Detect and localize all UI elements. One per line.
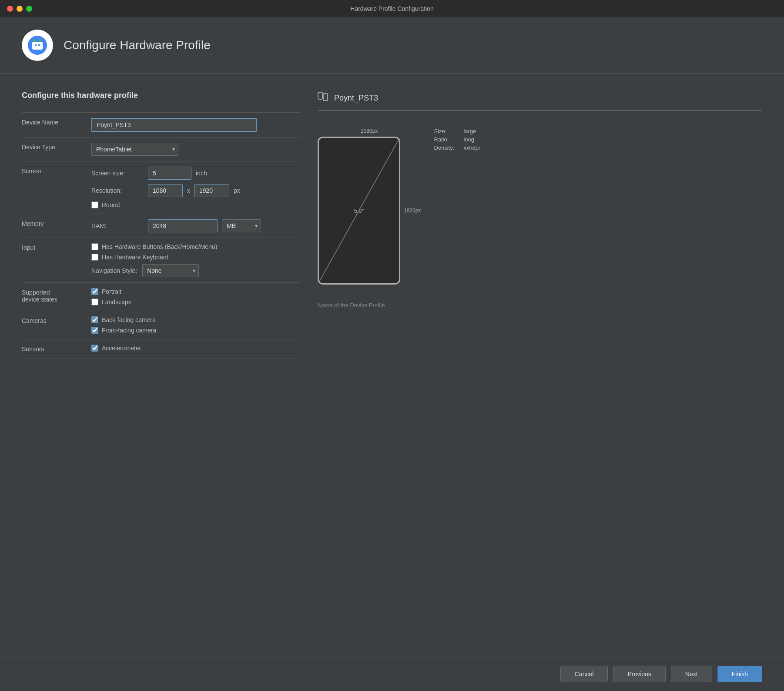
back-camera-row: Back-facing camera	[91, 316, 300, 323]
hardware-buttons-row: Has Hardware Buttons (Back/Home/Menu)	[91, 243, 300, 250]
device-type-row: Device Type Phone/Tablet Wear OS TV Auto…	[22, 138, 300, 161]
ram-unit-wrapper: MB GB	[222, 219, 261, 232]
device-states-label: Supported device states	[22, 283, 91, 311]
back-camera-checkbox[interactable]	[91, 316, 98, 323]
preview-device-name: Poynt_PST3	[334, 94, 378, 103]
hardware-keyboard-label: Has Hardware Keyboard	[102, 254, 168, 261]
density-value: xxhdpi	[463, 144, 480, 151]
finish-button[interactable]: Finish	[717, 666, 762, 682]
hardware-buttons-checkbox[interactable]	[91, 243, 98, 250]
main-content: Configure this hardware profile Device N…	[0, 74, 784, 651]
svg-rect-8	[323, 94, 328, 101]
resolution-height-input[interactable]	[194, 184, 229, 197]
cameras-label: Cameras	[22, 311, 91, 339]
memory-field: RAM: MB GB	[91, 214, 300, 238]
size-label: Size:	[434, 128, 460, 134]
input-row: Input Has Hardware Buttons (Back/Home/Me…	[22, 238, 300, 283]
config-form: Device Name Device Type Phone/Tablet Wea…	[22, 112, 300, 359]
portrait-checkbox[interactable]	[91, 288, 98, 295]
device-type-field: Phone/Tablet Wear OS TV Automotive Deskt…	[91, 138, 300, 161]
header-title: Configure Hardware Profile	[64, 38, 211, 52]
front-camera-checkbox[interactable]	[91, 327, 98, 334]
sensors-row: Sensors Accelerometer	[22, 339, 300, 359]
next-button[interactable]: Next	[671, 666, 712, 682]
accelerometer-checkbox[interactable]	[91, 345, 98, 352]
front-camera-label: Front-facing camera	[102, 327, 156, 334]
round-checkbox-row: Round	[91, 201, 300, 208]
window-controls	[7, 6, 32, 12]
landscape-label: Landscape	[102, 299, 132, 305]
ram-line: RAM: MB GB	[91, 219, 300, 232]
previous-button[interactable]: Previous	[613, 666, 665, 682]
maximize-button[interactable]	[26, 6, 32, 12]
ram-unit-select[interactable]: MB GB	[222, 219, 261, 232]
height-px-label: 1920px	[404, 208, 421, 214]
portrait-label: Portrait	[102, 288, 121, 295]
title-bar: Hardware Profile Configuration	[0, 0, 784, 17]
cancel-button[interactable]: Cancel	[560, 666, 608, 682]
ratio-value: long	[463, 136, 474, 143]
device-states-field: Portrait Landscape	[91, 283, 300, 311]
back-camera-label: Back-facing camera	[102, 316, 156, 323]
device-name-label: Device Name	[22, 113, 91, 138]
hardware-keyboard-checkbox[interactable]	[91, 254, 98, 261]
phone-frame: 5.0"	[318, 137, 400, 285]
sensors-field: Accelerometer	[91, 339, 300, 359]
front-camera-row: Front-facing camera	[91, 327, 300, 334]
screen-row: Screen Screen size: inch Resolution: x	[22, 161, 300, 214]
landscape-row: Landscape	[91, 299, 300, 305]
resolution-label: Resolution:	[91, 187, 144, 194]
ram-label: RAM:	[91, 222, 144, 229]
input-field: Has Hardware Buttons (Back/Home/Menu) Ha…	[91, 238, 300, 283]
ram-input[interactable]	[148, 219, 218, 232]
ratio-label: Ratio:	[434, 136, 460, 143]
nav-style-select[interactable]: None D-pad Trackball	[142, 264, 199, 277]
device-name-row: Device Name	[22, 113, 300, 138]
right-panel: Poynt_PST3 1080px 5.0" 1920px	[318, 91, 762, 643]
minimize-button[interactable]	[17, 6, 23, 12]
density-spec-row: Density: xxhdpi	[434, 144, 480, 151]
round-label: Round	[102, 201, 120, 208]
hardware-buttons-label: Has Hardware Buttons (Back/Home/Menu)	[102, 243, 217, 250]
navigation-style-row: Navigation Style: None D-pad Trackball	[91, 264, 300, 277]
screen-size-label: Screen size:	[91, 170, 144, 177]
device-type-select[interactable]: Phone/Tablet Wear OS TV Automotive Deskt…	[91, 143, 178, 156]
memory-label: Memory	[22, 214, 91, 238]
resolution-line: Resolution: x px	[91, 184, 300, 197]
memory-row: Memory RAM: MB GB	[22, 214, 300, 238]
round-checkbox[interactable]	[91, 201, 98, 208]
footer: Cancel Previous Next Finish	[0, 657, 784, 691]
device-name-input[interactable]	[91, 118, 257, 132]
device-type-label: Device Type	[22, 138, 91, 161]
accelerometer-label: Accelerometer	[102, 345, 141, 352]
ratio-spec-row: Ratio: long	[434, 136, 480, 143]
screen-inputs: Screen size: inch Resolution: x px	[91, 167, 300, 208]
svg-point-2	[34, 39, 36, 42]
screen-size-display: 5.0"	[354, 208, 364, 214]
sensors-label: Sensors	[22, 339, 91, 359]
phone-body: 5.0" 1920px	[318, 137, 421, 285]
cameras-row: Cameras Back-facing camera Front-facing …	[22, 311, 300, 339]
density-label: Density:	[434, 144, 460, 151]
svg-point-3	[39, 39, 41, 42]
device-specs: Size: large Ratio: long Density: xxhdpi	[434, 128, 480, 153]
input-label: Input	[22, 238, 91, 283]
cameras-field: Back-facing camera Front-facing camera	[91, 311, 300, 339]
header: AI Configure Hardware Profile	[0, 17, 784, 74]
screen-size-input[interactable]	[148, 167, 191, 180]
screen-size-line: Screen size: inch	[91, 167, 300, 180]
inch-label: inch	[196, 170, 207, 177]
device-type-select-wrapper: Phone/Tablet Wear OS TV Automotive Deskt…	[91, 143, 178, 156]
svg-rect-7	[318, 92, 322, 99]
landscape-checkbox[interactable]	[91, 299, 98, 305]
window-title: Hardware Profile Configuration	[350, 5, 433, 12]
device-preview-icon	[318, 91, 329, 105]
x-separator: x	[187, 187, 190, 194]
app-icon: AI	[22, 30, 53, 61]
svg-text:AI: AI	[36, 46, 39, 49]
close-button[interactable]	[7, 6, 13, 12]
screen-label: Screen	[22, 161, 91, 214]
accelerometer-row: Accelerometer	[91, 345, 300, 352]
resolution-width-input[interactable]	[148, 184, 183, 197]
nav-style-label: Navigation Style:	[91, 267, 137, 274]
